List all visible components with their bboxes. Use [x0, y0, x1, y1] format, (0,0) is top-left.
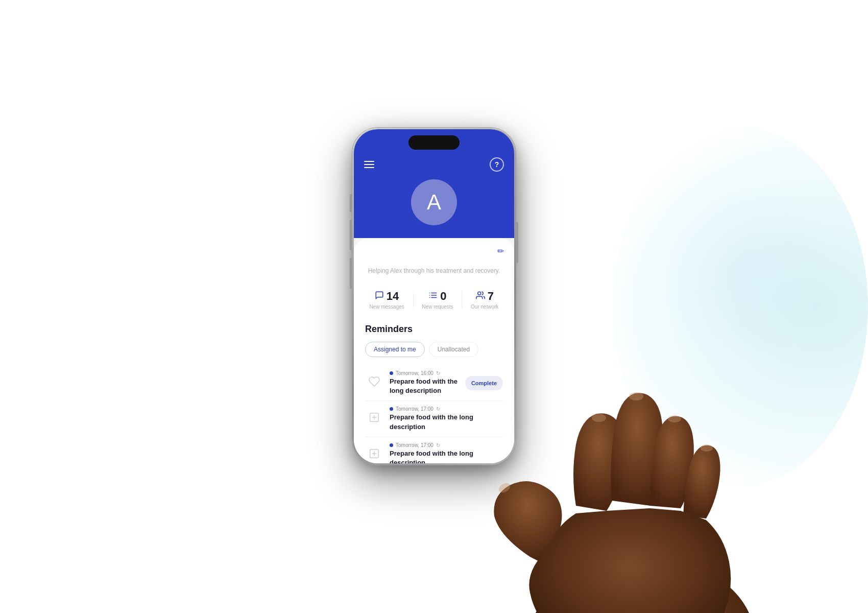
- repeat-icon-3: ↻: [436, 442, 440, 448]
- svg-point-14: [530, 557, 755, 613]
- phone-shell: ? A ✏: [352, 128, 516, 465]
- repeat-icon-2: ↻: [436, 406, 440, 412]
- side-button-vol-down: [350, 258, 352, 289]
- reminder-desc-3: Prepare food with the long description: [390, 449, 503, 463]
- svg-point-19: [497, 481, 512, 494]
- reminders-title: Reminders: [365, 324, 503, 335]
- phone-screen: ? A ✏: [354, 129, 514, 463]
- repeat-icon-1: ↻: [436, 370, 440, 376]
- bg-blob-1: [613, 128, 868, 485]
- side-button-vol-up: [350, 220, 352, 250]
- scene: ? A ✏: [0, 0, 868, 613]
- profile-subtitle: Helping Alex through his treatment and r…: [365, 266, 503, 275]
- side-button-silent: [350, 194, 352, 212]
- stat-messages[interactable]: 14 New messages: [369, 290, 404, 310]
- messages-icon: [375, 291, 384, 302]
- bg-blob-2: [659, 184, 837, 363]
- reminder-item-2: Tomorrow, 17:00 ↻ Prepare food with the …: [365, 401, 503, 437]
- reminder-time-row-3: Tomorrow, 17:00 ↻: [390, 442, 503, 448]
- tab-unallocated[interactable]: Unallocated: [429, 342, 478, 357]
- network-icon: [476, 291, 485, 302]
- reminder-dot-1: [390, 371, 393, 375]
- reminder-time-3: Tomorrow, 17:00: [396, 442, 433, 448]
- edit-button[interactable]: ✏: [497, 246, 504, 256]
- stat-divider-1: [413, 291, 414, 309]
- reminder-desc-1: Prepare food with the long description: [390, 377, 459, 395]
- avatar: A: [411, 179, 457, 225]
- svg-point-6: [477, 292, 480, 295]
- phone-device: ? A ✏: [352, 128, 516, 465]
- messages-count: 14: [387, 290, 399, 303]
- complete-button-1[interactable]: Complete: [465, 376, 503, 390]
- reminder-dot-2: [390, 407, 393, 411]
- hamburger-line-2: [364, 164, 374, 165]
- stat-messages-top: 14: [375, 290, 399, 303]
- stat-divider-2: [462, 291, 462, 309]
- svg-point-15: [592, 414, 606, 422]
- reminders-tabs: Assigned to me Unallocated: [365, 342, 503, 357]
- tab-assigned-to-me[interactable]: Assigned to me: [365, 342, 425, 357]
- requests-label: New requests: [422, 304, 453, 310]
- edit-icon: ✏: [497, 247, 504, 255]
- requests-icon: [428, 291, 438, 302]
- header-top-bar: ?: [364, 157, 504, 172]
- reminder-icon-handshake: [365, 372, 383, 391]
- reminder-content-1: Tomorrow, 16:00 ↻ Prepare food with the …: [390, 370, 459, 395]
- reminder-content-2: Tomorrow, 17:00 ↻ Prepare food with the …: [390, 406, 503, 431]
- svg-point-16: [629, 392, 643, 400]
- reminder-time-1: Tomorrow, 16:00: [396, 370, 433, 376]
- requests-count: 0: [440, 290, 446, 303]
- help-icon: ?: [495, 160, 499, 169]
- reminder-desc-2: Prepare food with the long description: [390, 413, 503, 431]
- app-body: ✏ Helping Alex through his treatment and…: [354, 238, 514, 463]
- stat-network[interactable]: 7 Our network: [471, 290, 498, 310]
- reminder-time-row-2: Tomorrow, 17:00 ↻: [390, 406, 503, 412]
- reminder-icon-medical-2: [365, 408, 383, 427]
- network-count: 7: [488, 290, 494, 303]
- messages-label: New messages: [369, 304, 404, 310]
- stats-row: 14 New messages: [365, 285, 503, 319]
- stat-network-top: 7: [476, 290, 494, 303]
- svg-point-18: [701, 444, 713, 452]
- reminders-section: Reminders Assigned to me Unallocated: [365, 324, 503, 463]
- reminder-item-3: Tomorrow, 17:00 ↻ Prepare food with the …: [365, 437, 503, 463]
- dynamic-island: [408, 135, 460, 150]
- avatar-letter: A: [427, 190, 441, 215]
- help-button[interactable]: ?: [490, 157, 504, 172]
- reminder-content-3: Tomorrow, 17:00 ↻ Prepare food with the …: [390, 442, 503, 463]
- stat-requests[interactable]: 0 New requests: [422, 290, 453, 310]
- reminder-dot-3: [390, 443, 393, 447]
- hamburger-button[interactable]: [364, 161, 374, 168]
- reminder-icon-medical-3: [365, 444, 383, 463]
- app-content: ? A ✏: [354, 129, 514, 463]
- side-button-power: [516, 222, 518, 263]
- hamburger-line-1: [364, 161, 374, 162]
- reminder-time-2: Tomorrow, 17:00: [396, 406, 433, 412]
- svg-point-17: [668, 415, 681, 422]
- reminder-item-1: Tomorrow, 16:00 ↻ Prepare food with the …: [365, 365, 503, 401]
- reminder-time-row-1: Tomorrow, 16:00 ↻: [390, 370, 459, 376]
- hamburger-line-3: [364, 167, 374, 168]
- stat-requests-top: 0: [428, 290, 446, 303]
- network-label: Our network: [471, 304, 498, 310]
